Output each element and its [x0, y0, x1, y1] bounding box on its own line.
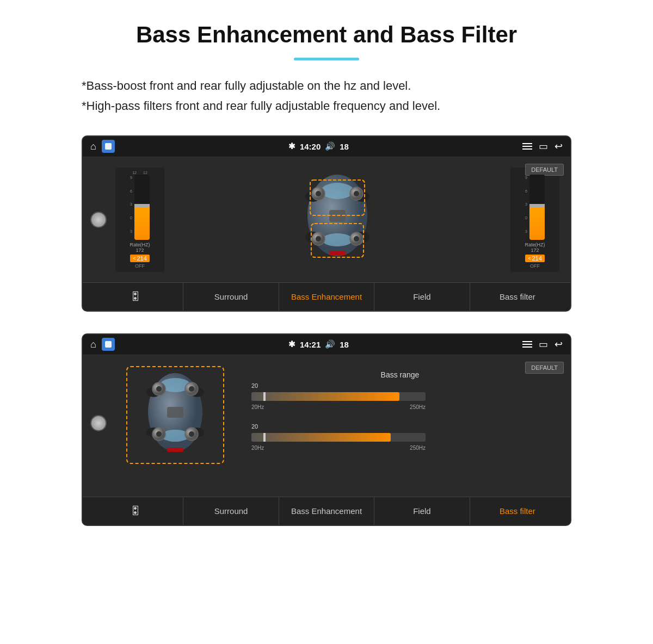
car-topdown-svg: [278, 169, 397, 270]
bass-filter-content: Bass range 20 20Hz 250Hz: [94, 361, 559, 480]
default-button-2[interactable]: DEFAULT: [525, 362, 564, 374]
range-min-2: 20Hz: [251, 445, 264, 451]
menu-icon-2[interactable]: [522, 341, 532, 348]
field-label-1: Field: [413, 292, 431, 301]
bass-range-section: Bass range 20 20Hz 250Hz: [251, 370, 549, 451]
time-display-1: 14:20: [300, 142, 321, 151]
range-limits-2: 20Hz 250Hz: [251, 445, 426, 451]
status-bar-1: ⌂ ✱ 14:20 🔊 18 ▭ ↩: [83, 137, 570, 157]
svg-rect-18: [329, 251, 346, 255]
status-left-2: ⌂: [90, 338, 115, 351]
nav-field-2[interactable]: Field: [374, 497, 470, 525]
screen1-content: DEFAULT 12 12 9 6 3 0 3: [83, 157, 570, 282]
right-slider-rate-label: Rate(HZ): [525, 242, 545, 247]
status-right-2: ▭ ↩: [522, 338, 563, 350]
eq-bars-icon-2: 🎛: [130, 505, 141, 517]
app-icon-inner-1: [105, 143, 112, 150]
left-slider-thumb[interactable]: [134, 204, 150, 207]
svg-point-1: [321, 183, 354, 199]
nav-eq-icon-2[interactable]: 🎛: [88, 497, 183, 525]
nav-bass-enhancement-1[interactable]: Bass Enhancement: [279, 283, 374, 311]
range-fill-2: [251, 433, 391, 442]
status-center-2: ✱ 14:21 🔊 18: [115, 339, 522, 349]
range-min-1: 20Hz: [251, 404, 264, 410]
right-slider-off: OFF: [530, 263, 540, 269]
slider-labels-top: 12 12: [132, 171, 147, 175]
bass-controls: Bass range 20 20Hz 250Hz: [251, 366, 549, 451]
eq-area: 12 12 9 6 3 0 3: [94, 168, 559, 272]
range-max-2: 250Hz: [410, 445, 426, 451]
nav-bar-1: 🎛 Surround Bass Enhancement Field Bass f…: [83, 282, 570, 311]
left-slider-panel: 12 12 9 6 3 0 3: [115, 168, 164, 272]
back-icon-1[interactable]: ↩: [555, 140, 563, 152]
back-icon-2[interactable]: ↩: [555, 338, 563, 350]
nav-bass-enhancement-2[interactable]: Bass Enhancement: [279, 497, 374, 525]
bluetooth-icon-2: ✱: [288, 339, 295, 349]
right-slider-thumb[interactable]: [529, 204, 545, 207]
range-val-2: 20: [251, 423, 549, 430]
nav-bass-filter-1[interactable]: Bass filter: [470, 283, 565, 311]
right-slider-prev-val: 172: [531, 247, 539, 253]
time-display-2: 14:21: [300, 340, 321, 349]
nav-field-1[interactable]: Field: [374, 283, 470, 311]
range-thumb-2[interactable]: [263, 433, 266, 442]
nav-surround-2[interactable]: Surround: [183, 497, 279, 525]
volume-icon-1: 🔊: [325, 141, 335, 151]
volume-value-2: 18: [340, 340, 349, 349]
default-button-1[interactable]: DEFAULT: [525, 164, 564, 176]
left-slider-value-box: < 214: [130, 255, 150, 262]
eq-bars-icon: 🎛: [130, 290, 141, 303]
svg-point-15: [316, 236, 321, 242]
nav-surround-1[interactable]: Surround: [183, 283, 279, 311]
right-slider-track[interactable]: [529, 175, 545, 240]
svg-point-2: [322, 233, 353, 246]
slider-body: 9 6 3 0 3: [130, 175, 150, 240]
home-icon[interactable]: ⌂: [90, 141, 96, 152]
left-slider-value: 214: [137, 255, 146, 262]
range-max-1: 250Hz: [410, 404, 426, 410]
surround-label-2: Surround: [214, 506, 248, 516]
status-bar-2: ⌂ ✱ 14:21 🔊 18 ▭ ↩: [83, 335, 570, 355]
screen1: ⌂ ✱ 14:20 🔊 18 ▭ ↩ DEFAULT: [82, 135, 571, 312]
right-slider-value-box: < 214: [525, 255, 545, 262]
nav-bar-2: 🎛 Surround Bass Enhancement Field Bass f…: [83, 497, 570, 525]
nav-bass-filter-2[interactable]: Bass filter: [470, 497, 565, 525]
range-limits-1: 20Hz 250Hz: [251, 404, 426, 410]
left-slider-fill: [134, 204, 150, 240]
car-side-inner: [126, 366, 224, 475]
range-slider-group-2: 20 20Hz 250Hz: [251, 423, 549, 451]
volume-value-1: 18: [340, 142, 349, 151]
title-underline: [294, 58, 359, 60]
range-val-1: 20: [251, 382, 549, 389]
left-slider-rate-label: Rate(HZ): [130, 242, 150, 247]
left-slider-off: OFF: [135, 263, 145, 269]
right-slider-container: 12 12 9 6 3 0 3: [510, 168, 559, 272]
left-slider-track[interactable]: [134, 175, 150, 240]
nav-eq-icon[interactable]: 🎛: [88, 283, 183, 311]
desc-line2: *High-pass filters front and rear fully …: [82, 96, 571, 116]
window-icon-1[interactable]: ▭: [539, 140, 548, 152]
window-icon-2[interactable]: ▭: [539, 338, 548, 350]
range-track-2[interactable]: [251, 433, 426, 442]
home-icon-2[interactable]: ⌂: [90, 339, 96, 350]
range-fill-1: [251, 392, 399, 401]
surround-label-1: Surround: [214, 292, 248, 301]
bass-enhancement-label-1: Bass Enhancement: [291, 292, 362, 301]
menu-icon-1[interactable]: [522, 143, 532, 150]
scale-label-12: 12: [132, 171, 137, 175]
description: *Bass-boost front and rear fully adjusta…: [82, 76, 571, 116]
bluetooth-icon: ✱: [288, 141, 295, 151]
bass-filter-label-2: Bass filter: [500, 506, 535, 516]
status-right-1: ▭ ↩: [522, 140, 563, 152]
speaker-dashed-box: [126, 366, 224, 464]
page-title: Bass Enhancement and Bass Filter: [136, 22, 517, 48]
range-track-1[interactable]: [251, 392, 426, 401]
round-knob-2[interactable]: [90, 415, 107, 431]
app-icon-1[interactable]: [102, 140, 115, 153]
app-icon-2[interactable]: [102, 338, 115, 351]
range-thumb-1[interactable]: [263, 392, 266, 401]
round-knob-1[interactable]: [90, 212, 107, 228]
bass-range-label: Bass range: [251, 370, 549, 379]
range-slider-group-1: 20 20Hz 250Hz: [251, 382, 549, 410]
right-slider-panel: 12 12 9 6 3 0 3: [510, 168, 559, 272]
